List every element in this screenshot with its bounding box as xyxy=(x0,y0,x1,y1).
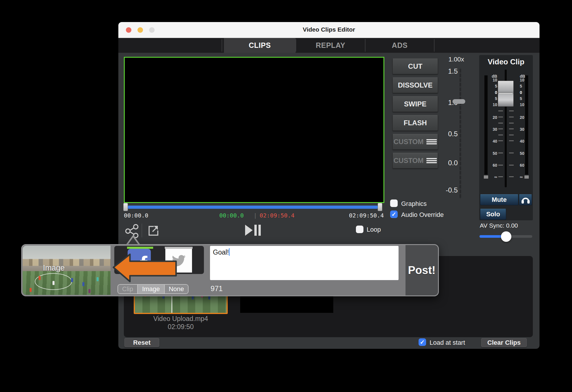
export-icon[interactable] xyxy=(147,224,159,236)
db-label: 30 xyxy=(487,127,497,132)
tick xyxy=(509,140,514,141)
video-preview[interactable] xyxy=(124,57,384,203)
timeline-track[interactable] xyxy=(128,206,378,209)
clear-clips-label: Clear Clips xyxy=(487,339,521,346)
tab-clips[interactable]: CLIPS xyxy=(224,38,296,53)
volume-fader[interactable] xyxy=(498,81,514,107)
tick xyxy=(509,153,514,153)
db-label: 40 xyxy=(520,139,530,144)
db-label: 20 xyxy=(487,115,497,120)
player-dot xyxy=(71,278,73,282)
trim-handle-left[interactable] xyxy=(123,203,128,211)
share-image-preview[interactable]: Image xyxy=(23,246,111,295)
timestamp-mark-out: 02:09:50.4 xyxy=(260,212,294,219)
dissolve-button[interactable]: DISSOLVE xyxy=(392,77,438,93)
db-label: 10 xyxy=(487,78,497,82)
post-message-input[interactable]: Goal! xyxy=(210,246,399,280)
av-sync-slider-knob[interactable] xyxy=(501,231,511,242)
timestamp-separator: | xyxy=(254,212,257,219)
db-label: ∞ xyxy=(520,175,530,179)
custom1-label: CUSTOM xyxy=(394,134,424,149)
graphics-checkbox[interactable] xyxy=(390,199,398,207)
speed-slider-track[interactable] xyxy=(459,68,461,199)
dissolve-label: DISSOLVE xyxy=(398,78,433,93)
db-label: 0 xyxy=(487,90,497,95)
tick xyxy=(509,128,514,129)
segment-image[interactable]: Image xyxy=(138,285,165,293)
solo-button[interactable]: Solo xyxy=(480,209,506,220)
tab-divider xyxy=(434,39,435,52)
attachment-segmented-control: Clip Image None xyxy=(117,284,189,294)
play-pause-button[interactable] xyxy=(245,225,261,236)
tick xyxy=(509,117,514,117)
tab-ads[interactable]: ADS xyxy=(365,38,434,53)
graphics-label: Graphics xyxy=(401,200,427,208)
audio-override-checkbox[interactable] xyxy=(390,210,398,218)
twitter-top-bar xyxy=(165,247,193,249)
tab-replay[interactable]: REPLAY xyxy=(296,38,365,53)
db-label: ∞ xyxy=(487,175,497,179)
tick xyxy=(509,123,514,124)
speed-tick-label: 1.5 xyxy=(435,67,458,75)
mute-label: Mute xyxy=(492,196,506,204)
orange-arrow-annotation xyxy=(113,253,178,284)
db-label: 5 xyxy=(487,84,497,88)
db-label: 10 xyxy=(520,78,530,82)
titlebar: Video Clips Editor xyxy=(118,22,540,38)
speed-tick-label: 0.0 xyxy=(435,159,458,167)
tick xyxy=(498,176,503,177)
tick xyxy=(509,176,514,177)
db-label: 60 xyxy=(520,163,530,168)
desktop: Video Clips Editor CLIPS REPLAY ADS 00:0… xyxy=(0,0,572,392)
custom1-button[interactable]: CUSTOM xyxy=(392,134,438,150)
post-button[interactable]: Post! xyxy=(406,245,438,295)
fader-center-line xyxy=(499,92,513,94)
segment-clip[interactable]: Clip xyxy=(118,285,138,293)
divider xyxy=(142,224,142,237)
loop-checkbox[interactable] xyxy=(356,226,363,233)
reset-button[interactable]: Reset xyxy=(124,338,159,347)
tabbar: CLIPS REPLAY ADS xyxy=(118,38,540,53)
custom2-button[interactable]: CUSTOM xyxy=(392,153,438,168)
post-message-text: Goal! xyxy=(213,248,229,256)
swipe-button[interactable]: SWIPE xyxy=(392,96,438,112)
db-label: 50 xyxy=(487,151,497,156)
player-dot xyxy=(82,282,84,286)
tick xyxy=(498,135,503,135)
headphone-button[interactable] xyxy=(519,194,532,205)
flash-label: FLASH xyxy=(404,115,427,130)
player-dot xyxy=(97,277,99,281)
clear-clips-button[interactable]: Clear Clips xyxy=(481,338,527,347)
timestamp-end: 02:09:50.4 xyxy=(349,212,384,219)
player-dot xyxy=(88,289,90,293)
tick xyxy=(509,135,514,135)
db-label: 5 xyxy=(487,96,497,101)
tick xyxy=(509,165,514,166)
segment-none[interactable]: None xyxy=(165,285,188,293)
clip-duration: 02:09:50 xyxy=(134,323,228,331)
solo-label: Solo xyxy=(486,210,500,218)
db-label: 5 xyxy=(520,84,530,88)
clip-name: Video Upload.mp4 xyxy=(134,315,228,323)
cut-button[interactable]: CUT xyxy=(392,59,438,74)
speed-value: 1.00x xyxy=(439,56,474,63)
load-at-start-label: Load at start xyxy=(430,339,465,346)
av-sync-label: AV Sync: 0.00 xyxy=(480,222,518,229)
audio-override-label: Audio Override xyxy=(401,211,444,219)
field-line xyxy=(171,294,172,313)
loop-label: Loop xyxy=(367,226,381,233)
db-label: 0 xyxy=(520,90,530,95)
speed-slider-knob[interactable] xyxy=(452,99,465,104)
timestamp-current: 00:00.0 xyxy=(219,212,244,219)
mute-button[interactable]: Mute xyxy=(480,194,518,205)
trim-handle-right[interactable] xyxy=(378,203,382,211)
mixer-title: Video Clip xyxy=(479,57,533,66)
swipe-label: SWIPE xyxy=(404,97,426,112)
post-label: Post! xyxy=(408,264,436,277)
db-label: 20 xyxy=(520,115,530,120)
character-count: 971 xyxy=(211,284,223,293)
headphone-icon xyxy=(521,196,530,204)
flash-button[interactable]: FLASH xyxy=(392,115,438,131)
tick xyxy=(498,123,503,124)
load-at-start-checkbox[interactable] xyxy=(419,338,426,346)
